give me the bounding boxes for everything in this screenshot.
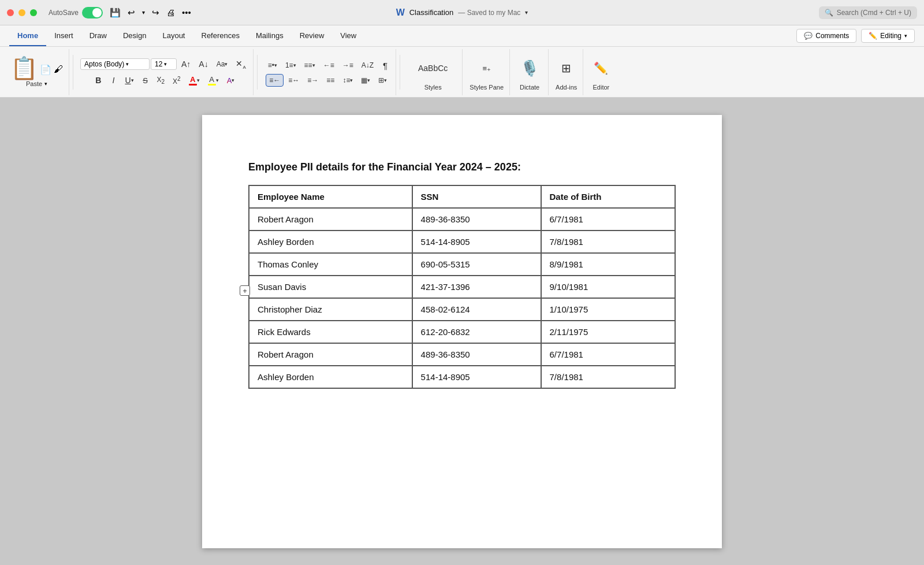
highlight-color-indicator: A <box>208 75 216 86</box>
cell-r1-c0[interactable]: Ashley Borden <box>249 231 412 253</box>
cell-r4-c2[interactable]: 1/10/1975 <box>541 298 675 321</box>
cell-r2-c1[interactable]: 690-05-5315 <box>412 253 541 276</box>
close-button[interactable] <box>7 9 14 16</box>
editing-button[interactable]: ✏️ Editing ▾ <box>861 29 915 43</box>
justify-button[interactable]: ≡≡ <box>323 74 338 87</box>
strikethrough-button[interactable]: S <box>139 74 152 87</box>
page: + Employee PII details for the Financial… <box>202 115 722 548</box>
cell-r0-c1[interactable]: 489-36-8350 <box>412 208 541 231</box>
autosave-toggle[interactable] <box>82 7 103 18</box>
numbering-button[interactable]: 1≡ ▾ <box>282 59 300 72</box>
borders-button[interactable]: ⊞ ▾ <box>375 74 390 87</box>
align-right-button[interactable]: ≡→ <box>304 74 322 87</box>
cell-r5-c1[interactable]: 612-20-6832 <box>412 321 541 343</box>
table-row: Ashley Borden514-14-89057/8/1981 <box>249 366 675 388</box>
format-painter-icon[interactable]: 🖌 <box>54 64 63 75</box>
superscript-button[interactable]: X2 <box>169 73 184 88</box>
tab-insert[interactable]: Insert <box>46 25 81 46</box>
dictate-label: Dictate <box>520 84 539 91</box>
document-title: Classification <box>409 8 454 17</box>
tab-draw[interactable]: Draw <box>81 25 115 46</box>
cell-r1-c2[interactable]: 7/8/1981 <box>541 231 675 253</box>
line-spacing-button[interactable]: ↕≡ ▾ <box>339 74 356 87</box>
more-icon[interactable]: ••• <box>182 8 191 17</box>
table-add-button[interactable]: + <box>240 285 250 296</box>
align-center-button[interactable]: ≡↔ <box>285 74 303 87</box>
table-row: Rick Edwards612-20-68322/11/1975 <box>249 321 675 343</box>
cell-r3-c2[interactable]: 9/10/1981 <box>541 276 675 298</box>
save-icon[interactable]: 💾 <box>110 8 121 18</box>
bold-button[interactable]: B <box>91 73 105 87</box>
cell-r6-c0[interactable]: Robert Aragon <box>249 343 412 366</box>
cell-r3-c0[interactable]: Susan Davis <box>249 276 412 298</box>
subscript-button[interactable]: X2 <box>154 73 169 87</box>
comments-button[interactable]: 💬 Comments <box>796 29 856 43</box>
font-size-selector[interactable]: 12 ▾ <box>151 58 177 70</box>
redo-icon[interactable]: ↪ <box>152 8 159 18</box>
cell-r5-c2[interactable]: 2/11/1975 <box>541 321 675 343</box>
sort-button[interactable]: A↓Z <box>358 59 377 72</box>
increase-font-button[interactable]: A↑ <box>178 57 194 71</box>
underline-button[interactable]: U ▾ <box>121 73 137 87</box>
minimize-button[interactable] <box>18 9 25 16</box>
text-effect-button[interactable]: A ▾ <box>223 74 239 87</box>
decrease-indent-button[interactable]: ←≡ <box>320 59 338 72</box>
para-row-2: ≡← ≡↔ ≡→ ≡≡ ↕≡ ▾ ▦ ▾ ⊞ ▾ <box>266 74 390 87</box>
styles-pane-button[interactable]: ≡₊ <box>476 54 497 83</box>
cell-r0-c2[interactable]: 6/7/1981 <box>541 208 675 231</box>
tab-layout[interactable]: Layout <box>154 25 193 46</box>
cell-r7-c2[interactable]: 7/8/1981 <box>541 366 675 388</box>
decrease-indent-icon: ←≡ <box>323 61 334 69</box>
tab-mailings[interactable]: Mailings <box>248 25 292 46</box>
tab-review[interactable]: Review <box>292 25 333 46</box>
editor-button[interactable]: ✏️ <box>590 54 612 83</box>
line-spacing-icon: ↕≡ <box>342 76 350 84</box>
styles-button[interactable]: AaBbCc <box>409 54 456 83</box>
bullets-button[interactable]: ≡• ▾ <box>264 59 281 72</box>
font-name-selector[interactable]: Aptos (Body) ▾ <box>80 58 150 70</box>
cell-r6-c1[interactable]: 489-36-8350 <box>412 343 541 366</box>
increase-indent-button[interactable]: →≡ <box>339 59 357 72</box>
tab-design[interactable]: Design <box>115 25 154 46</box>
cell-r6-c2[interactable]: 6/7/1981 <box>541 343 675 366</box>
shading-button[interactable]: ▦ ▾ <box>357 74 374 87</box>
cell-r3-c1[interactable]: 421-37-1396 <box>412 276 541 298</box>
cell-r7-c1[interactable]: 514-14-8905 <box>412 366 541 388</box>
multilevel-list-button[interactable]: ≡≡ ▾ <box>301 59 319 72</box>
decrease-font-button[interactable]: A↓ <box>195 57 211 71</box>
dictate-group: 🎙️ Dictate <box>511 49 549 95</box>
undo-icon[interactable]: ↩ <box>128 8 135 18</box>
title-dropdown-icon[interactable]: ▾ <box>525 9 528 16</box>
cell-r5-c0[interactable]: Rick Edwards <box>249 321 412 343</box>
copy-icon[interactable]: 📄 <box>40 64 51 75</box>
cell-r1-c1[interactable]: 514-14-8905 <box>412 231 541 253</box>
cell-r7-c0[interactable]: Ashley Borden <box>249 366 412 388</box>
font-color-button[interactable]: A ▾ <box>185 73 203 88</box>
paste-dropdown-icon[interactable]: ▾ <box>44 81 47 87</box>
change-case-button[interactable]: Aa ▾ <box>213 58 232 70</box>
highlight-color-button[interactable]: A ▾ <box>204 73 222 88</box>
title-bar: AutoSave 💾 ↩ ▾ ↪ 🖨 ••• W Classification … <box>0 0 924 25</box>
maximize-button[interactable] <box>30 9 37 16</box>
print-icon[interactable]: 🖨 <box>166 8 175 17</box>
cell-r4-c0[interactable]: Christopher Diaz <box>249 298 412 321</box>
italic-button[interactable]: I <box>106 73 120 87</box>
tab-view[interactable]: View <box>332 25 364 46</box>
undo-dropdown-icon[interactable]: ▾ <box>142 9 145 16</box>
paragraph-marks-button[interactable]: ¶ <box>378 58 392 73</box>
comments-icon: 💬 <box>804 32 813 40</box>
align-left-button[interactable]: ≡← <box>266 74 284 87</box>
table-row: Robert Aragon489-36-83506/7/1981 <box>249 208 675 231</box>
cell-r0-c0[interactable]: Robert Aragon <box>249 208 412 231</box>
tab-references[interactable]: References <box>193 25 248 46</box>
cell-r2-c2[interactable]: 8/9/1981 <box>541 253 675 276</box>
col-employee-name: Employee Name <box>249 185 412 208</box>
dictate-button[interactable]: 🎙️ <box>517 54 542 83</box>
cell-r2-c0[interactable]: Thomas Conley <box>249 253 412 276</box>
clear-format-button[interactable]: ✕A <box>232 57 249 72</box>
addins-button[interactable]: ⊞ <box>558 54 575 83</box>
tab-home[interactable]: Home <box>9 25 46 46</box>
cell-r4-c1[interactable]: 458-02-6124 <box>412 298 541 321</box>
paste-icon[interactable]: 📋 <box>10 57 38 79</box>
search-box[interactable]: 🔍 Search (Cmd + Ctrl + U) <box>819 6 917 19</box>
